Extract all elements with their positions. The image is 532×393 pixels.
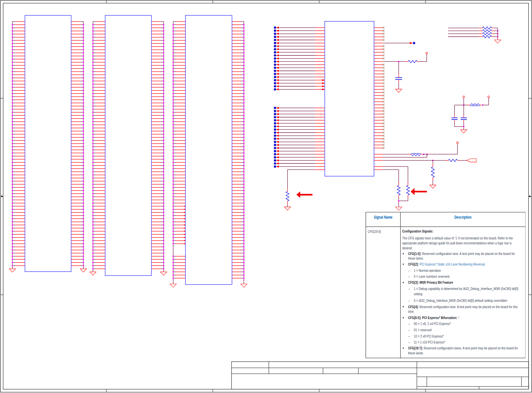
svg-text:appropriate platform design gu: appropriate platform design guide for pu… [402,241,512,245]
svg-text:desired.: desired. [402,246,412,250]
svg-text:1 = Debug capability is determ: 1 = Debug capability is determined by IA… [414,287,518,291]
svg-text:11 = 1 x16 PCI Express*: 11 = 1 x16 PCI Express* [414,340,445,344]
svg-text:–: – [408,298,410,302]
svg-text:01 = reserved: 01 = reserved [414,328,432,332]
svg-text:CFG[1:0]: Reserved configurati: CFG[1:0]: Reserved configuration lane. A… [408,252,515,256]
svg-text:The CFG signals have a default: The CFG signals have a default value of … [402,236,513,240]
svg-text:setting: setting [414,292,422,296]
svg-text:00 = 1 x8, 2 x4 PCI Express*: 00 = 1 x8, 2 x4 PCI Express* [414,322,451,326]
svg-text:Description: Description [454,215,472,219]
svg-text:–: – [408,268,410,272]
svg-text:1 = Normal operation: 1 = Normal operation [414,268,441,272]
svg-text:Signal Name: Signal Name [374,215,392,219]
svg-text:these lands.: these lands. [408,351,424,355]
svg-text:0 = IA32_Debug_Interface_MSR (: 0 = IA32_Debug_Interface_MSR (0xC80) bit… [414,298,507,302]
svg-text:CFG[6:5]: PCI Express* Bifurca: CFG[6:5]: PCI Express* Bifurcation: 1 [408,315,459,320]
svg-text:0 = Lane numbers reversed.: 0 = Lane numbers reversed. [414,274,450,278]
svg-text:CFG[4]: Reserved configuration: CFG[4]: Reserved configuration lane. A t… [408,304,518,308]
svg-text:–: – [408,334,410,338]
svg-text:–: – [408,340,410,344]
svg-text:10 = 2 x8 PCI Express*: 10 = 2 x8 PCI Express* [414,334,444,338]
svg-text:Configuration Signals:: Configuration Signals: [402,229,433,233]
svg-text:–: – [408,274,410,278]
svg-text:CFG[2]: PCI Express* Static x1: CFG[2]: PCI Express* Static x16 Lane Num… [408,262,486,266]
svg-text:CFG[19:0]: CFG[19:0] [368,229,381,233]
svg-text:CFG[3]: MSR Privacy Bit Featur: CFG[3]: MSR Privacy Bit Feature [408,280,453,284]
svg-text:CFG[19:7]: Reserved configurat: CFG[19:7]: Reserved configuration lanes.… [408,346,518,350]
svg-text:–: – [408,287,410,291]
svg-text:these lanes.: these lanes. [408,256,424,260]
svg-text:–: – [408,328,410,332]
svg-text:lane.: lane. [408,309,414,313]
svg-text:–: – [408,322,410,326]
